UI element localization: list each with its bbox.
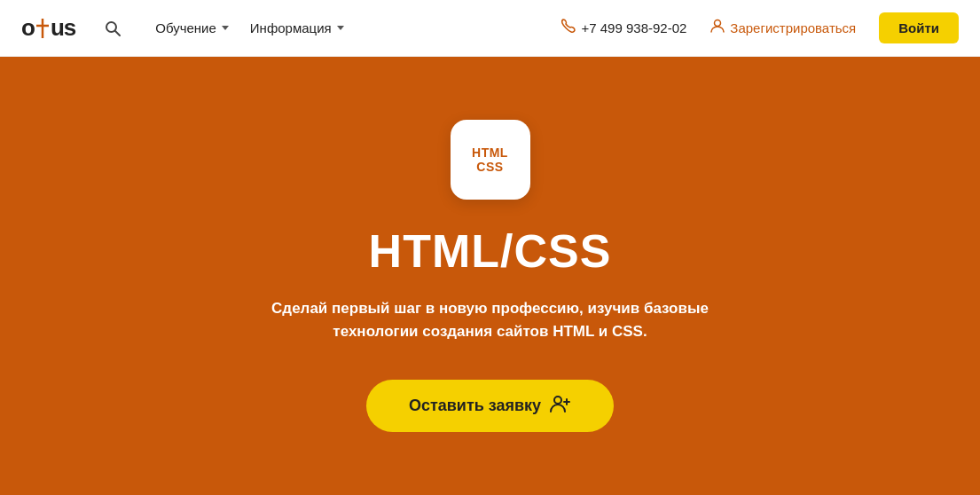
hero-subtitle: Сделай первый шаг в новую профессию, изу…: [260, 297, 721, 342]
svg-line-3: [115, 31, 120, 35]
hero-section: HTML CSS HTML/CSS Сделай первый шаг в но…: [0, 57, 980, 495]
search-button[interactable]: [97, 16, 129, 41]
search-icon: [104, 20, 122, 37]
nav-menu: Обучение Информация: [146, 15, 352, 41]
svg-point-5: [554, 397, 561, 404]
logo-cross-icon: [35, 17, 51, 40]
hero-title: HTML/CSS: [369, 224, 612, 278]
nav-menu-item-informaciya[interactable]: Информация: [241, 15, 353, 41]
chevron-down-icon: [222, 26, 229, 30]
hero-icon-html-text: HTML: [472, 145, 508, 160]
cta-button[interactable]: Оставить заявку: [366, 380, 614, 432]
cta-label: Оставить заявку: [409, 397, 541, 415]
chevron-down-icon: [337, 26, 344, 30]
logo-o: o: [21, 14, 35, 42]
user-icon: [710, 18, 725, 38]
nav-menu-item-obuchenie[interactable]: Обучение: [146, 15, 238, 41]
svg-point-4: [715, 20, 721, 27]
add-user-icon: [550, 394, 571, 418]
hero-course-icon: HTML CSS: [451, 120, 530, 200]
nav-phone: +7 499 938-92-02: [561, 18, 687, 38]
register-button[interactable]: Зарегистрироваться: [701, 12, 865, 43]
hero-icon-css-text: CSS: [476, 160, 503, 174]
logo-text-rest: us: [51, 14, 75, 42]
login-button[interactable]: Войти: [879, 12, 959, 43]
phone-icon: [561, 18, 576, 38]
phone-number: +7 499 938-92-02: [582, 20, 687, 35]
logo[interactable]: o us: [21, 14, 75, 42]
navbar: o us Обучение Информация: [0, 0, 980, 57]
